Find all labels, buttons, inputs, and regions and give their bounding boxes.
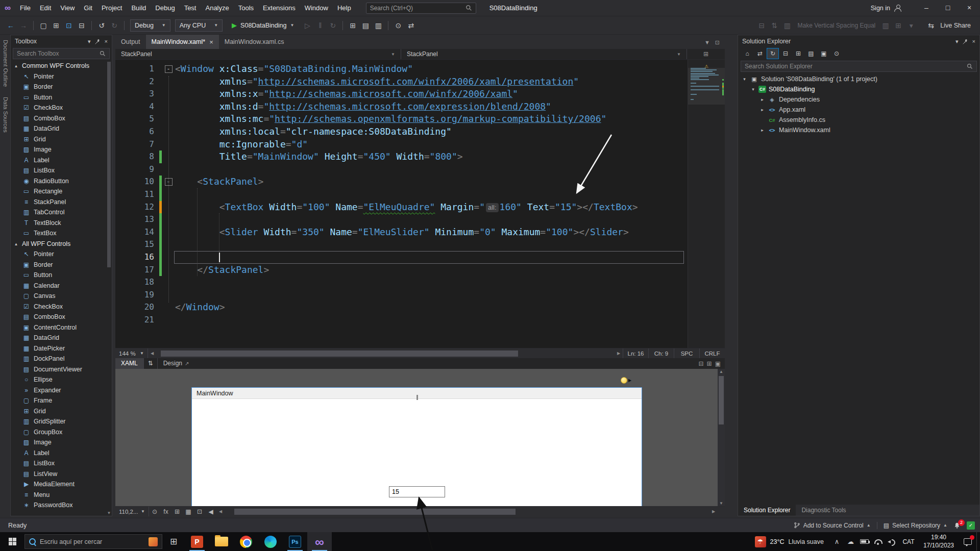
live-share-button[interactable]: ⇆ Live Share (925, 19, 971, 32)
split-horizontal-icon[interactable]: ⊟ (699, 360, 704, 367)
add-item-icon[interactable]: ⊞ (51, 19, 62, 32)
save-all-icon[interactable]: ⊟ (76, 19, 87, 32)
toolbox-item[interactable]: T TextBlock (11, 218, 112, 229)
toolbox-item[interactable]: A Label (11, 448, 112, 459)
network-icon[interactable] (871, 532, 885, 551)
code-line[interactable]: 10- <StackPanel> (115, 176, 725, 188)
toolbox-item[interactable]: ▭ Button (11, 92, 112, 103)
close-icon[interactable]: × (209, 38, 213, 46)
toolbox-item[interactable]: ▢ Frame (11, 395, 112, 406)
menu-item[interactable]: Analyze (201, 0, 233, 16)
scrollbar-thumb[interactable] (719, 376, 724, 424)
design-preview-window[interactable]: MainWindow 15 (191, 387, 642, 506)
document-tab[interactable]: MainWindow.xaml.cs × (219, 35, 290, 49)
taskbar-app-powerpoint[interactable]: P (185, 532, 209, 551)
menu-item[interactable]: Git (79, 0, 97, 16)
toolbox-item[interactable]: ▨ Image (11, 437, 112, 448)
toolbox-item[interactable]: ▤ ListBox (11, 458, 112, 469)
toolbox-item[interactable]: ▥ TabControl (11, 207, 112, 218)
action-center-button[interactable] (959, 532, 976, 551)
nest-files-icon[interactable]: ▤ (805, 48, 817, 59)
onedrive-icon[interactable]: ☁ (844, 532, 857, 551)
fold-collapse-icon[interactable]: - (165, 65, 173, 73)
toolbox-item[interactable]: ▴ All WPF Controls (11, 239, 112, 249)
menu-item[interactable]: Extensions (258, 0, 300, 16)
platform-dropdown[interactable]: Any CPU▼ (175, 19, 223, 32)
tree-expander-icon[interactable]: ▸ (760, 97, 765, 102)
menu-item[interactable]: Edit (35, 0, 56, 16)
redo-icon[interactable]: ↻ (109, 19, 120, 32)
notifications-bell-button[interactable]: 2 (953, 522, 961, 529)
menu-item[interactable]: Project (97, 0, 127, 16)
code-line[interactable]: 15 (115, 238, 725, 251)
scroll-down-arrow-icon[interactable]: ▼ (718, 501, 725, 506)
navigate-forward-icon[interactable]: → (18, 19, 29, 32)
tool-window-tab[interactable]: Solution Explorer (738, 505, 796, 516)
tab-options-icon[interactable]: ⊡ (715, 39, 720, 46)
toolbox-item[interactable]: ▤ ListBox (11, 165, 112, 176)
minimap-scrollbar[interactable]: ⚠ (688, 60, 725, 348)
start-without-debugging-icon[interactable]: ▷ (302, 19, 313, 32)
swap-panes-icon[interactable]: ⇅ (143, 358, 158, 369)
start-debugging-button[interactable]: ▶ S08DataBinding ▼ (227, 19, 299, 32)
close-icon[interactable]: × (105, 38, 108, 44)
menu-item[interactable]: File (15, 0, 35, 16)
design-vertical-scrollbar[interactable]: ▲ ▼ (718, 369, 725, 506)
tab-xaml[interactable]: XAML (115, 358, 143, 369)
properties-icon[interactable]: ▣ (818, 48, 829, 59)
toolbox-item[interactable]: ↖ Pointer (11, 71, 112, 82)
toolbox-item[interactable]: ⊞ Grid (11, 406, 112, 417)
code-line[interactable]: 18 (115, 276, 725, 289)
scroll-left-arrow-icon[interactable]: ◀ (148, 351, 156, 356)
code-line[interactable]: 14 <Slider Width="350" Name="ElMeuSlider… (115, 226, 725, 239)
tab-list-chevron-icon[interactable]: ▼ (704, 39, 710, 46)
rows-tool-icon[interactable]: ▤ (360, 19, 371, 32)
columns-tool-icon[interactable]: ▥ (373, 19, 384, 32)
split-vertical-icon[interactable]: ⊞ (707, 360, 712, 367)
design-horizontal-scrollbar[interactable]: ◀ ▶ (216, 507, 718, 516)
code-line[interactable]: 2 xmlns="http://schemas.microsoft.com/wi… (115, 76, 725, 88)
toolbox-item[interactable]: ▦ DataGrid (11, 333, 112, 343)
close-icon[interactable]: × (972, 38, 975, 44)
code-line[interactable]: 8 Title="MainWindow" Height="450" Width=… (115, 151, 725, 163)
start-button[interactable] (0, 532, 24, 551)
code-editor[interactable]: 1-<Window x:Class="S08DataBinding.MainWi… (115, 60, 725, 348)
code-line[interactable]: 19 (115, 289, 725, 302)
expand-pane-icon[interactable]: ▣ (715, 360, 721, 367)
chevron-down-icon[interactable]: ▾ (955, 38, 959, 45)
tree-expander-icon[interactable]: ▸ (760, 107, 765, 112)
scroll-up-arrow-icon[interactable]: ▲ (718, 369, 725, 374)
scroll-down-arrow-icon[interactable]: ▼ (107, 511, 111, 515)
tree-item[interactable]: ▾ ▣ Solution 'S08DataBinding' (1 of 1 pr… (738, 74, 979, 84)
tree-item[interactable]: C# AssemblyInfo.cs (738, 115, 979, 125)
separator[interactable] (33, 21, 34, 30)
weather-widget[interactable]: ☂ 23°C Lluvia suave (749, 532, 830, 551)
toolbox-item[interactable]: ▣ ContentControl (11, 322, 112, 333)
show-desktop-button[interactable] (976, 532, 980, 551)
toolbox-item[interactable]: ▤ ComboBox (11, 113, 112, 124)
task-view-button[interactable]: ⊞ (162, 532, 185, 551)
editor-zoom-dropdown[interactable]: 144 %▼ (115, 348, 148, 358)
code-line[interactable]: 21 (115, 314, 725, 327)
code-line[interactable]: 5 xmlns:mc="http://schemas.openxmlformat… (115, 113, 725, 126)
code-line[interactable]: 4 xmlns:d="http://schemas.microsoft.com/… (115, 101, 725, 113)
toolbox-item[interactable]: ▢ Canvas (11, 291, 112, 302)
toolbox-item[interactable]: A Label (11, 155, 112, 166)
toolbox-item[interactable]: ↖ Pointer (11, 249, 112, 260)
close-button[interactable]: × (959, 0, 980, 16)
toolbox-item[interactable]: ▦ DatePicker (11, 343, 112, 354)
side-tab[interactable]: Data Sources (0, 96, 10, 134)
tree-expander-icon[interactable]: ▾ (750, 87, 756, 92)
pin-icon[interactable] (95, 39, 101, 44)
toolbox-item[interactable]: ○ Ellipse (11, 374, 112, 385)
vertical-spacing-icon[interactable]: ⇅ (769, 19, 780, 32)
toolbox-item[interactable]: ▤ ComboBox (11, 312, 112, 322)
menu-item[interactable]: Tools (234, 0, 258, 16)
code-line[interactable]: 7 mc:Ignorable="d" (115, 138, 725, 151)
new-project-icon[interactable]: ▢ (38, 19, 49, 32)
line-ending-indicator[interactable]: CRLF (699, 348, 725, 359)
tree-item[interactable]: ▾ C# S08DataBinding (738, 84, 979, 94)
spacing-tool-icon[interactable]: ▥ (781, 19, 793, 32)
taskbar-app-file-explorer[interactable] (209, 532, 234, 551)
split-editor-button[interactable]: ⊞ (687, 49, 725, 59)
